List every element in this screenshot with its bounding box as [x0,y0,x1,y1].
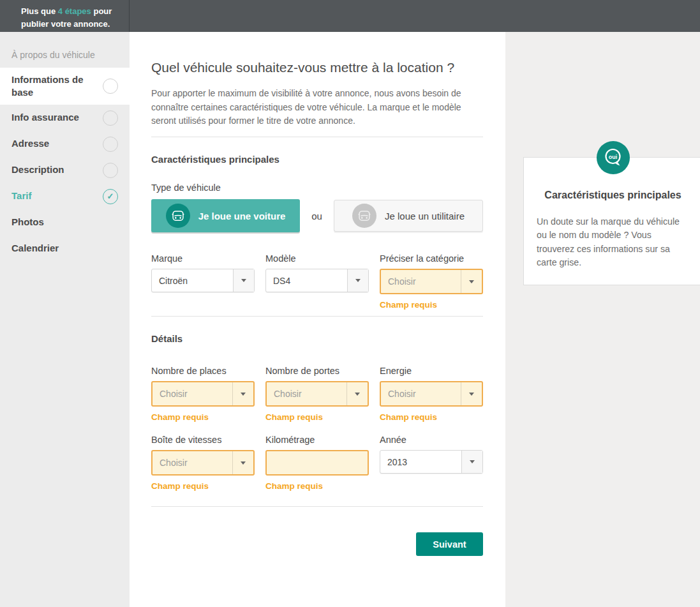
vehicle-type-selector: Je loue une voiture ou Je loue un utilit… [151,199,483,232]
portes-placeholder: Choisir [267,382,346,405]
sidebar-item-label: Calendrier [11,242,59,255]
kilometrage-required-error: Champ requis [265,481,369,491]
modele-label: Modèle [265,253,369,264]
kilometrage-label: Kilométrage [265,435,369,445]
chevron-down-icon [461,382,482,405]
steps-remaining-banner: Plus que 4 étapes pour publier votre ann… [0,0,130,32]
check-icon: ✓ [103,189,118,204]
sidebar-item-label: Adresse [11,137,49,150]
field-places: Nombre de places Choisir Champ requis [151,366,255,422]
steps-sidebar: À propos du véhicule Informations de bas… [0,32,130,607]
categorie-select[interactable]: Choisir [380,269,483,294]
boite-required-error: Champ requis [151,481,255,491]
divider [151,506,483,507]
energie-select[interactable]: Choisir [380,381,483,407]
rent-van-label: Je loue un utilitaire [385,211,465,221]
step-status-circle-icon [103,79,118,94]
field-marque: Marque Citroën [151,253,255,292]
portes-required-error: Champ requis [265,412,369,422]
sidebar-item-tarif[interactable]: Tarif ✓ [0,183,130,209]
sidebar-item-adresse[interactable]: Adresse [0,131,130,157]
chevron-down-icon [232,451,253,474]
help-panel: oui Caractéristiques principales Un dout… [505,32,700,607]
sidebar-item-info-assurance[interactable]: Info assurance [0,105,130,131]
categorie-required-error: Champ requis [380,300,483,310]
help-card-title: Caractéristiques principales [537,190,689,201]
submit-row: Suivant [151,532,483,556]
car-icon [166,204,190,228]
chevron-down-icon [461,270,482,293]
steps-remaining-text: Plus que [21,6,58,16]
oui-logo-icon: oui [597,141,630,174]
places-required-error: Champ requis [151,412,255,422]
step-status-circle-icon [103,137,118,152]
energie-placeholder: Choisir [381,382,461,405]
field-energie: Energie Choisir Champ requis [380,366,483,422]
modele-value: DS4 [266,269,347,292]
rent-van-button[interactable]: Je loue un utilitaire [334,200,483,232]
sidebar-item-label: Tarif [11,190,31,202]
section-title-details: Détails [151,333,483,344]
modele-select[interactable]: DS4 [265,269,369,292]
annee-select[interactable]: 2013 [380,450,483,474]
sidebar-section-title: À propos du véhicule [0,32,130,68]
sidebar-item-label: Description [11,163,64,176]
field-portes: Nombre de portes Choisir Champ requis [265,366,369,422]
annee-value: 2013 [380,451,461,473]
divider [151,316,483,317]
sidebar-item-calendrier[interactable]: Calendrier [0,236,130,262]
field-row-2: Nombre de places Choisir Champ requis No… [151,366,483,422]
page-title: Quel véhicule souhaitez-vous mettre à la… [151,60,483,75]
rent-car-button[interactable]: Je loue une voiture [151,199,300,232]
next-button[interactable]: Suivant [416,532,483,556]
sidebar-item-description[interactable]: Description [0,157,130,183]
portes-select[interactable]: Choisir [265,381,369,407]
energie-label: Energie [380,366,483,376]
categorie-label: Préciser la catégorie [380,253,483,264]
section-title-caracteristiques: Caractéristiques principales [151,154,483,165]
places-select[interactable]: Choisir [151,381,255,407]
help-card: oui Caractéristiques principales Un dout… [523,157,700,285]
field-row-3: Boîte de vitesses Choisir Champ requis K… [151,435,483,491]
portes-label: Nombre de portes [265,366,369,376]
field-annee: Année 2013 [380,435,483,474]
places-placeholder: Choisir [153,382,232,405]
or-separator: ou [311,211,322,221]
places-label: Nombre de places [151,366,255,376]
chevron-down-icon [233,269,254,292]
energie-required-error: Champ requis [380,412,483,422]
field-kilometrage: Kilométrage Champ requis [265,435,369,491]
top-bar: Plus que 4 étapes pour publier votre ann… [0,0,700,32]
marque-label: Marque [151,253,255,264]
sidebar-item-label: Informations de base [11,73,89,100]
field-categorie: Préciser la catégorie Choisir Champ requ… [380,253,483,310]
marque-select[interactable]: Citroën [151,269,255,292]
boite-select[interactable]: Choisir [151,450,255,476]
field-boite: Boîte de vitesses Choisir Champ requis [151,435,255,491]
sidebar-item-photos[interactable]: Photos [0,209,130,236]
oui-logo-text: oui [608,154,617,160]
marque-value: Citroën [152,269,233,292]
boite-label: Boîte de vitesses [151,435,255,445]
help-card-body: Un doute sur la marque du véhicule ou le… [537,215,689,269]
rent-car-label: Je loue une voiture [198,211,286,221]
step-status-circle-icon [103,110,118,126]
chevron-down-icon [461,451,482,473]
sidebar-item-label: Info assurance [11,111,79,124]
field-row-1: Marque Citroën Modèle DS4 Préciser la ca… [151,253,483,310]
annee-label: Année [380,435,483,445]
sidebar-item-label: Photos [11,216,44,229]
vehicle-type-label: Type de véhicule [151,183,483,193]
field-modele: Modèle DS4 [265,253,369,292]
categorie-placeholder: Choisir [381,270,461,293]
van-icon [352,204,376,228]
steps-count-highlight: 4 étapes [58,6,91,16]
kilometrage-input[interactable] [265,450,369,476]
step-status-circle-icon [103,163,118,178]
divider [151,137,483,137]
chevron-down-icon [347,269,368,292]
sidebar-item-informations-de-base[interactable]: Informations de base [0,68,130,105]
intro-text: Pour apporter le maximum de visibilité à… [151,87,483,128]
form-main-area: Quel véhicule souhaitez-vous mettre à la… [130,32,505,607]
boite-placeholder: Choisir [153,451,232,474]
